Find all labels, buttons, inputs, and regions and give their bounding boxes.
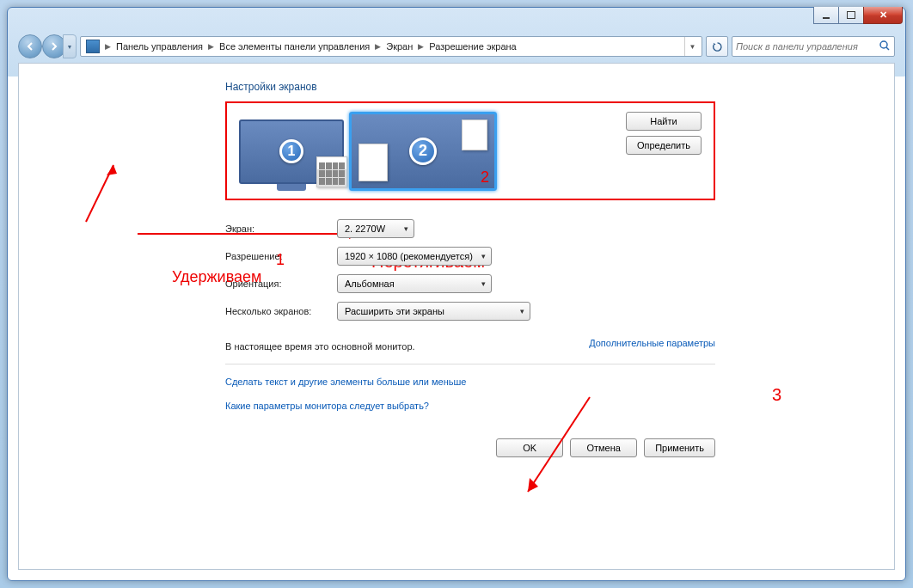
monitor-arrangement[interactable]: 1 2 2 [225, 101, 715, 200]
address-bar[interactable]: ▶ Панель управления ▶ Все элементы панел… [80, 36, 702, 57]
ok-button[interactable]: OK [496, 438, 563, 457]
minimize-button[interactable] [813, 7, 839, 24]
multidisplay-select[interactable]: Расширить эти экраны [337, 302, 530, 321]
back-button[interactable] [18, 34, 42, 58]
find-button[interactable]: Найти [626, 112, 702, 131]
annotation-num-1: 1 [276, 251, 285, 269]
monitor1-num: 1 [279, 139, 303, 163]
multidisplay-row: Несколько экранов: Расширить эти экраны [225, 302, 860, 321]
multi-label: Несколько экранов: [225, 306, 337, 316]
screen-select[interactable]: 2. 2270W [337, 219, 414, 238]
monitor2[interactable]: 2 2 [349, 112, 497, 191]
identify-button[interactable]: Определить [626, 136, 702, 155]
window-frame: ▼ ▶ Панель управления ▶ Все элементы пан… [7, 7, 906, 581]
main-monitor-note: В настоящее время это основной монитор. [225, 341, 415, 352]
orientation-row: Ориентация: Альбомная [225, 274, 860, 293]
search-icon[interactable] [879, 40, 891, 54]
advanced-link[interactable]: Дополнительные параметры [589, 338, 715, 348]
annotation-arrow-1 [79, 156, 131, 234]
refresh-button[interactable] [706, 36, 728, 57]
window-thumb-icon [462, 119, 487, 150]
action-buttons: OK Отмена Применить [225, 438, 715, 457]
breadcrumb-item[interactable]: Все элементы панели управления [216, 40, 373, 53]
monitor1[interactable]: 1 [239, 119, 344, 184]
page-title: Настройки экранов [225, 81, 860, 93]
whichmonitor-link[interactable]: Какие параметры монитора следует выбрать… [225, 401, 429, 411]
svg-line-1 [886, 47, 889, 50]
window-thumb-icon [358, 144, 388, 181]
window-controls [814, 7, 903, 24]
annotation-num-3: 3 [772, 385, 781, 405]
breadcrumb-sep: ▶ [206, 42, 216, 51]
cancel-button[interactable]: Отмена [570, 438, 637, 457]
monitor2-num: 2 [409, 138, 437, 165]
content-area: Настройки экранов 1 [18, 63, 895, 570]
separator [225, 364, 715, 364]
breadcrumb-sep: ▶ [416, 42, 426, 51]
breadcrumb-item[interactable]: Разрешение экрана [426, 40, 519, 53]
search-box[interactable] [732, 36, 895, 57]
svg-marker-3 [107, 165, 117, 175]
breadcrumb-item[interactable]: Панель управления [113, 40, 206, 53]
address-dropdown[interactable]: ▼ [684, 37, 700, 56]
control-panel-icon [86, 40, 100, 53]
svg-point-0 [880, 41, 887, 48]
close-button[interactable] [863, 7, 903, 24]
resolution-row: Разрешение: 1920 × 1080 (рекомендуется) [225, 247, 860, 266]
monitor-side-buttons: Найти Определить [626, 112, 702, 155]
svg-marker-7 [528, 478, 538, 492]
screen-row: Экран: 2. 2270W [225, 219, 860, 238]
maximize-button[interactable] [838, 7, 864, 24]
breadcrumb-item[interactable]: Экран [383, 40, 416, 53]
annotation-hold: Удерживаем [172, 268, 261, 286]
textsize-link[interactable]: Сделать текст и другие элементы больше и… [225, 377, 466, 387]
monitor-stand [277, 184, 306, 191]
resolution-select[interactable]: 1920 × 1080 (рекомендуется) [337, 247, 492, 266]
annotation-num-2: 2 [481, 168, 489, 187]
search-input[interactable] [736, 41, 879, 52]
nav-history-button[interactable]: ▼ [63, 34, 77, 58]
apply-button[interactable]: Применить [644, 438, 715, 457]
screen-label: Экран: [225, 224, 337, 234]
orientation-select[interactable]: Альбомная [337, 274, 492, 293]
svg-line-2 [86, 165, 113, 222]
window-thumb-icon [316, 156, 347, 187]
nav-buttons: ▼ [18, 34, 77, 58]
nav-row: ▼ ▶ Панель управления ▶ Все элементы пан… [18, 34, 895, 59]
breadcrumb-sep: ▶ [103, 42, 113, 51]
breadcrumb-sep: ▶ [373, 42, 383, 51]
